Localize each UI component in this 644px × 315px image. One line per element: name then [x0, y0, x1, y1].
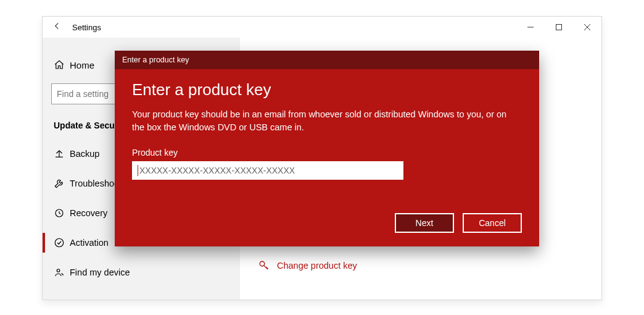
cancel-button[interactable]: Cancel	[463, 213, 522, 233]
maximize-button[interactable]	[545, 17, 573, 38]
dialog-description: Your product key should be in an email f…	[132, 108, 514, 134]
sidebar-item-label: Recovery	[70, 208, 107, 218]
window-controls	[516, 17, 601, 38]
home-label: Home	[70, 60, 94, 70]
change-product-key-link[interactable]: Change product key	[258, 260, 357, 271]
product-key-placeholder: XXXXX-XXXXX-XXXXX-XXXXX-XXXXX	[139, 166, 295, 175]
sidebar-item-label: Backup	[70, 149, 99, 159]
dialog-header: Enter a product key	[115, 51, 539, 69]
dialog-buttons: Next Cancel	[132, 213, 522, 233]
sidebar-item-label: Troubleshoot	[70, 178, 122, 188]
sidebar-item-find-my-device[interactable]: Find my device	[43, 258, 240, 287]
find-device-icon	[54, 267, 70, 278]
dialog-title: Enter a product key	[132, 80, 522, 99]
window-title: Settings	[72, 23, 101, 32]
svg-point-5	[55, 238, 64, 247]
change-product-key-label: Change product key	[277, 261, 357, 271]
minimize-button[interactable]	[516, 17, 545, 38]
sidebar-item-label: Find my device	[70, 267, 130, 277]
next-button[interactable]: Next	[395, 213, 454, 233]
wrench-icon	[54, 178, 70, 189]
recovery-icon	[54, 208, 70, 219]
home-icon	[54, 59, 70, 70]
svg-point-6	[57, 269, 60, 272]
text-caret	[138, 165, 138, 176]
svg-rect-1	[556, 25, 562, 30]
backup-icon	[54, 148, 70, 159]
close-button[interactable]	[573, 17, 601, 38]
titlebar: Settings	[43, 17, 601, 38]
back-button[interactable]	[43, 21, 72, 33]
check-circle-icon	[54, 237, 70, 248]
sidebar-item-label: Activation	[70, 238, 109, 248]
product-key-label: Product key	[132, 148, 522, 158]
key-icon	[258, 260, 277, 271]
product-key-input[interactable]: XXXXX-XXXXX-XXXXX-XXXXX-XXXXX	[132, 161, 403, 180]
dialog-body: Enter a product key Your product key sho…	[115, 69, 539, 246]
product-key-dialog: Enter a product key Enter a product key …	[115, 51, 539, 246]
